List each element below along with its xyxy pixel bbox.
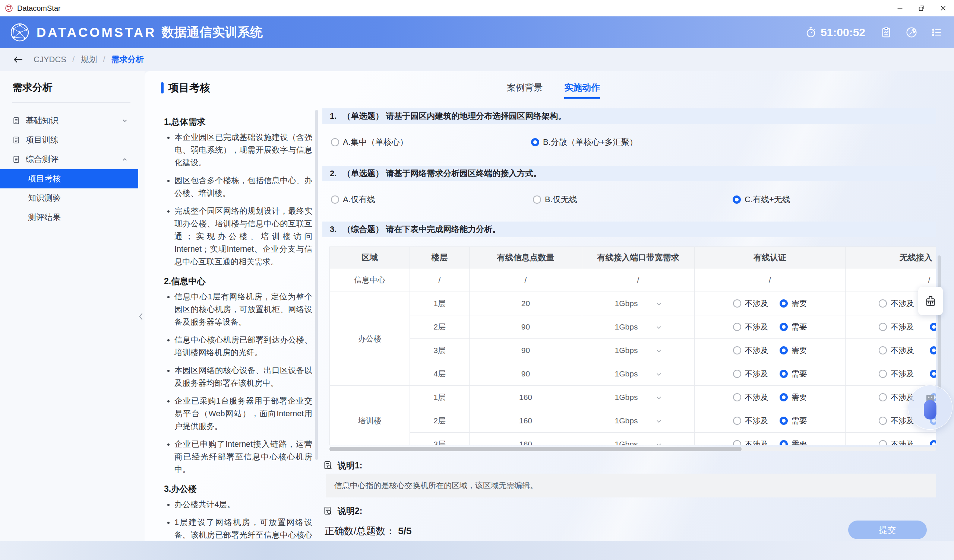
radio-selected[interactable] <box>930 323 936 331</box>
cell-floor: 1层 <box>410 386 469 409</box>
radio-option[interactable]: 不涉及 <box>733 439 768 445</box>
radio-option[interactable]: 不涉及 <box>733 415 768 426</box>
radio-selected[interactable] <box>733 196 741 204</box>
radio-unselected[interactable] <box>733 323 741 331</box>
radio-unselected[interactable] <box>733 370 741 378</box>
radio-selected[interactable] <box>930 440 936 445</box>
radio-unselected[interactable] <box>879 370 887 378</box>
chevron-down-icon <box>656 302 661 306</box>
radio-option[interactable]: A.集中（单核心） <box>331 137 408 148</box>
sidebar-subitem-project-exam[interactable]: 项目考核 <box>0 169 138 188</box>
radio-option[interactable]: B.仅无线 <box>533 194 577 205</box>
radio-option[interactable]: A.仅有线 <box>331 194 375 205</box>
scrollbar-thumb[interactable] <box>329 447 742 451</box>
minimize-button[interactable] <box>889 0 911 16</box>
bandwidth-dropdown[interactable]: 1Gbps <box>582 409 695 432</box>
report-icon[interactable] <box>880 26 892 38</box>
content-vertical-scrollbar[interactable] <box>938 255 941 389</box>
radio-option[interactable]: 需要 <box>779 369 807 379</box>
radio-unselected[interactable] <box>879 346 887 355</box>
bandwidth-dropdown[interactable]: 1Gbps <box>582 432 695 446</box>
radio-option[interactable]: 需要 <box>930 322 936 332</box>
radio-option[interactable]: 需要 <box>779 322 807 332</box>
radio-option[interactable]: 不涉及 <box>733 369 768 379</box>
radio-option[interactable]: 不涉及 <box>879 369 914 379</box>
bandwidth-dropdown[interactable]: 1Gbps <box>582 315 695 339</box>
sidebar-item-basics[interactable]: 基础知识 <box>0 111 138 130</box>
radio-selected[interactable] <box>779 370 788 378</box>
document-icon <box>12 136 20 144</box>
bandwidth-dropdown[interactable]: 1Gbps <box>582 386 695 409</box>
question-number: 2. <box>330 169 337 178</box>
back-arrow-icon[interactable] <box>12 55 24 64</box>
close-button[interactable] <box>932 0 954 16</box>
breadcrumb-separator: / <box>103 55 105 64</box>
radio-option[interactable]: 需要 <box>779 298 807 309</box>
tab-implementation[interactable]: 实施动作 <box>564 82 600 99</box>
radio-selected[interactable] <box>779 440 788 445</box>
cell-floor: 2层 <box>410 409 469 432</box>
radio-selected[interactable] <box>779 393 788 401</box>
radio-unselected[interactable] <box>879 323 887 331</box>
radio-unselected[interactable] <box>879 393 887 401</box>
radio-unselected[interactable] <box>733 440 741 445</box>
radio-unselected[interactable] <box>533 196 541 204</box>
radio-unselected[interactable] <box>879 417 887 425</box>
radio-option[interactable]: 不涉及 <box>879 345 914 356</box>
doc-scrollbar[interactable] <box>315 110 318 460</box>
radio-option[interactable]: 需要 <box>930 369 936 379</box>
radio-selected[interactable] <box>930 370 936 378</box>
radio-option[interactable]: 不涉及 <box>879 439 914 445</box>
usb-device-button[interactable] <box>908 385 952 430</box>
breadcrumb-item[interactable]: 规划 <box>81 54 97 65</box>
radio-selected[interactable] <box>930 346 936 355</box>
radio-unselected[interactable] <box>733 346 741 355</box>
radio-selected[interactable] <box>779 299 788 308</box>
radio-unselected[interactable] <box>879 299 887 308</box>
panel-collapse-handle[interactable] <box>137 306 145 327</box>
radio-option[interactable]: B.分散（单核心+多汇聚） <box>531 137 638 148</box>
radio-unselected[interactable] <box>733 299 741 308</box>
radio-selected[interactable] <box>779 346 788 355</box>
radio-selected[interactable] <box>779 323 788 331</box>
bandwidth-dropdown[interactable]: 1Gbps <box>582 292 695 315</box>
submit-button[interactable]: 提交 <box>848 521 927 539</box>
restore-button[interactable] <box>911 0 932 16</box>
radio-option[interactable]: 需要 <box>779 392 807 403</box>
radio-option[interactable]: C.有线+无线 <box>733 194 790 205</box>
sidebar-item-training[interactable]: 项目训练 <box>0 130 138 150</box>
bandwidth-dropdown[interactable]: 1Gbps <box>582 339 695 362</box>
radio-option[interactable]: 需要 <box>930 345 936 356</box>
clear-brush-button[interactable] <box>918 287 943 315</box>
table-horizontal-scrollbar[interactable] <box>329 447 936 451</box>
radio-option[interactable]: 需要 <box>779 439 807 445</box>
radio-option[interactable]: 不涉及 <box>879 322 914 332</box>
radio-option[interactable]: 不涉及 <box>733 392 768 403</box>
sidebar-subitem-results[interactable]: 测评结果 <box>0 208 138 227</box>
radio-option[interactable]: 需要 <box>779 415 807 426</box>
radio-unselected[interactable] <box>733 417 741 425</box>
breadcrumb-item[interactable]: CJYDCS <box>34 55 66 64</box>
radio-option[interactable]: 需要 <box>779 345 807 356</box>
col-header-bandwidth: 有线接入端口带宽需求 <box>582 247 695 268</box>
radio-unselected[interactable] <box>331 138 339 146</box>
app-window: { "window": { "title": "DatacomStar" }, … <box>0 0 954 560</box>
tab-case-background[interactable]: 案例背景 <box>507 82 542 99</box>
radio-option[interactable]: 不涉及 <box>879 415 914 426</box>
bandwidth-dropdown[interactable]: 1Gbps <box>582 362 695 386</box>
sidebar-item-assessment[interactable]: 综合测评 <box>0 150 138 169</box>
radio-selected[interactable] <box>779 417 788 425</box>
tools-wrench-icon[interactable] <box>906 26 918 38</box>
radio-unselected[interactable] <box>331 196 339 204</box>
radio-option[interactable]: 不涉及 <box>733 345 768 356</box>
radio-unselected[interactable] <box>879 440 887 445</box>
radio-option[interactable]: 不涉及 <box>733 322 768 332</box>
menu-list-icon[interactable] <box>931 26 943 38</box>
radio-unselected[interactable] <box>733 393 741 401</box>
sidebar-subitem-knowledge-quiz[interactable]: 知识测验 <box>0 188 138 208</box>
radio-selected[interactable] <box>531 138 539 146</box>
radio-option[interactable]: 不涉及 <box>879 298 914 309</box>
radio-option[interactable]: 需要 <box>930 439 936 445</box>
doc-section-title: 1.总体需求 <box>164 115 312 128</box>
radio-option[interactable]: 不涉及 <box>733 298 768 309</box>
